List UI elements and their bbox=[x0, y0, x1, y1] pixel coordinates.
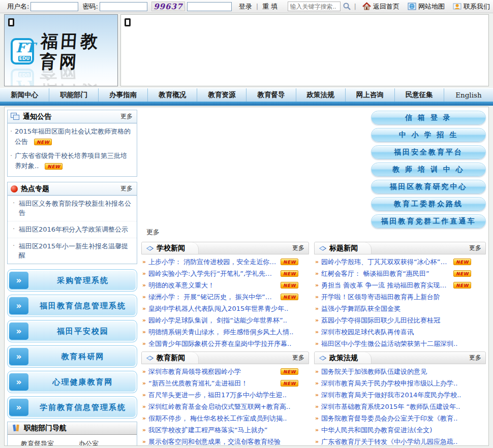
news-item[interactable]: »深圳市教育局关于做好我市2014年度民办学校.. bbox=[314, 389, 486, 401]
news-item[interactable]: »中华人民共和国民办教育促进法(全文) bbox=[314, 424, 486, 436]
nav-policies[interactable]: 政策法规 bbox=[296, 88, 346, 102]
safe-campus-button[interactable]: » 福田平安校园 bbox=[7, 320, 137, 342]
news-item[interactable]: »国务院教育督导委员会办公室关于印发《教育.. bbox=[314, 412, 486, 424]
policy-more-link[interactable]: 更多 bbox=[469, 354, 481, 362]
school-news-more-link[interactable]: 更多 bbox=[292, 244, 304, 252]
bullet-arrow-icon: » bbox=[315, 270, 319, 277]
safety-edu-platform-button[interactable]: 福田安全教育平台 bbox=[371, 145, 486, 159]
section-title: 教育新闻 bbox=[157, 354, 185, 363]
login-button[interactable]: 登录 bbox=[239, 2, 252, 11]
nav-online-consult[interactable]: 网上咨询 bbox=[346, 88, 395, 102]
bullet-arrow-icon: » bbox=[142, 305, 146, 312]
bullet-arrow-icon: » bbox=[315, 340, 319, 347]
reset-button[interactable]: 重 填 bbox=[262, 2, 278, 11]
news-item[interactable]: »深圳市校园足球代表队再传喜讯 bbox=[314, 326, 486, 338]
procurement-system-button[interactable]: » 采购管理系统 bbox=[7, 269, 137, 292]
contact-link[interactable]: 联系我们 bbox=[464, 2, 490, 11]
news-item[interactable]: »深圳市教育局领导视察园岭小学NEW bbox=[141, 366, 309, 377]
site-logo[interactable]: FT EDU 福田教育网 FTEDU 福田教育网 bbox=[4, 14, 118, 86]
edu-info-system-button[interactable]: » 福田教育信息管理系统 bbox=[7, 295, 137, 317]
headline-news-more-link[interactable]: 更多 bbox=[469, 244, 481, 252]
sitemap-icon bbox=[408, 2, 416, 11]
new-badge: NEW bbox=[453, 270, 471, 277]
nav-edu-resources[interactable]: 教育资源 bbox=[197, 88, 246, 102]
hot-topic-item[interactable]: 福田区2016年积分入学政策调整公示 bbox=[8, 221, 137, 238]
hot-topic-item[interactable]: 福田区义务教育阶段学校新生补报名公告 bbox=[8, 196, 137, 221]
search-icon[interactable] bbox=[343, 2, 351, 11]
dept-link[interactable]: 办公室 bbox=[79, 437, 137, 446]
edu-news-more-link[interactable]: 更多 bbox=[292, 354, 304, 362]
party-work-button[interactable]: 福田教育党群工作直通车 bbox=[371, 214, 486, 228]
mass-line-button[interactable]: 教育工委群众路线 bbox=[371, 197, 486, 211]
news-item[interactable]: »广东省教育厅关于转发《中小学幼儿园应急疏.. bbox=[314, 436, 486, 446]
section-title: 标题新闻 bbox=[329, 244, 358, 253]
news-item[interactable]: »园岭小学足球队集训， 剑指“达能少年世界杯”.. bbox=[141, 314, 309, 326]
nav-departments[interactable]: 职能部门 bbox=[49, 88, 99, 102]
quick-links-column: 信 箱 登 录 中 小 学 招 生 福田安全教育平台 教 师 培 训 中 心 福… bbox=[371, 110, 486, 238]
password-input[interactable] bbox=[100, 2, 147, 11]
bullet-arrow-icon: » bbox=[315, 282, 319, 289]
news-item[interactable]: »勇担当 善改革 争一流 推动福田教育实现新跨越..NEW bbox=[314, 279, 486, 291]
teacher-training-button[interactable]: 教 师 培 训 中 心 bbox=[371, 163, 486, 176]
news-item[interactable]: »荔园小学夺得国际田联少儿田径比赛桂冠 bbox=[314, 314, 486, 326]
news-item[interactable]: »深圳市基础教育系统2015年 “教师队伍建设年.. bbox=[314, 401, 486, 412]
news-item[interactable]: »明德的改革意义重大！NEW bbox=[141, 279, 309, 291]
news-item[interactable]: »深圳红岭教育基金会启动仪式暨互联网+教育高.. bbox=[141, 401, 309, 412]
nav-news-center[interactable]: 新闻中心 bbox=[0, 88, 49, 102]
notice-item[interactable]: 2015年福田区面向社会认定教师资格的公告 NEW bbox=[8, 123, 137, 148]
new-badge: NEW bbox=[453, 259, 471, 265]
edu-research-button[interactable]: » 教育科研网 bbox=[7, 345, 137, 368]
bullet-arrow-icon: » bbox=[142, 368, 146, 375]
hot-topics-more-link[interactable]: 更多 bbox=[120, 184, 133, 193]
notices-more-link[interactable]: 更多 bbox=[120, 112, 133, 121]
bullet-arrow-icon: » bbox=[142, 294, 146, 300]
preschool-system-button[interactable]: » 学前教育信息管理系统 bbox=[7, 396, 137, 419]
news-item[interactable]: »绿洲小学： 开展“铭记历史， 振兴中华”主题..NEW bbox=[141, 291, 309, 303]
news-item[interactable]: »展示创客空间和创意成果，交流创客教育经验 bbox=[141, 436, 309, 446]
news-item[interactable]: »深圳市教育局关于民办学校申报市级以上办学.. bbox=[314, 377, 486, 389]
book-icon bbox=[319, 245, 327, 252]
dept-link[interactable]: 教育督导室 bbox=[21, 437, 79, 446]
section-title: 政策法规 bbox=[329, 354, 358, 363]
sitemap-link[interactable]: 网站地图 bbox=[418, 2, 445, 11]
news-item[interactable]: »明德情系铜关青山绿水， 师生感悟侗乡风土人情.. bbox=[141, 326, 309, 338]
hot-topic-item[interactable]: 福田区2015年小一新生补报名温馨提醒 bbox=[8, 238, 137, 264]
news-item[interactable]: »“新西兰优质教育巡礼”走进福田！NEW bbox=[141, 377, 309, 389]
news-item[interactable]: »上步小学： 消防宣传进校园，安全走近你我他NEW bbox=[141, 256, 309, 268]
news-item[interactable]: »百尺竿头更进一步，福田17万多中小幼学生迎.. bbox=[141, 389, 309, 401]
news-item[interactable]: »福田区中小学生微公益活动荣获第十二届深圳.. bbox=[314, 338, 486, 349]
nav-public-opinion[interactable]: 民意征集 bbox=[395, 88, 444, 102]
new-badge: NEW bbox=[453, 282, 471, 289]
search-input[interactable] bbox=[288, 2, 341, 11]
captcha-input[interactable] bbox=[187, 2, 232, 11]
news-item[interactable]: »园岭小学殷玮、丁芃芃双双获得“冰心杯”文..NEW bbox=[314, 256, 486, 268]
chevron-icon: » bbox=[9, 399, 28, 416]
home-link[interactable]: 返回首页 bbox=[373, 2, 399, 11]
news-item[interactable]: »国务院关于加强教师队伍建设的意见 bbox=[314, 366, 486, 377]
news-item[interactable]: »我区学校改扩建工程严格落实“马上就办” bbox=[141, 424, 309, 436]
notice-item[interactable]: 广东省省级骨干校长培养项目第三批培养对象.. NEW bbox=[8, 148, 137, 172]
school-enrollment-button[interactable]: 中 小 学 招 生 bbox=[371, 128, 486, 142]
news-item[interactable]: »园岭实验小学:入学先行“开笔礼”,学礼先立人..NEW bbox=[141, 268, 309, 279]
broken-image-icon bbox=[125, 18, 131, 26]
bullet-arrow-icon: » bbox=[315, 403, 319, 410]
main-content: 通知公告 更多 2015年福田区面向社会认定教师资格的公告 NEW 广东省省级骨… bbox=[4, 107, 489, 446]
headline-news-section: 标题新闻 更多 »园岭小学殷玮、丁芃芃双双获得“冰心杯”文..NEW »红树会客… bbox=[314, 242, 486, 349]
news-item[interactable]: »假期不停步， 梅仕华名校长工作室成员到访揭.. bbox=[141, 412, 309, 424]
nav-service-guide[interactable]: 办事指南 bbox=[99, 88, 148, 102]
news-item[interactable]: »全国青少年国际象棋公开赛在皇岗中学拉开序幕.. bbox=[141, 338, 309, 349]
nav-edu-overview[interactable]: 教育概况 bbox=[148, 88, 197, 102]
captcha-image[interactable]: 99637 bbox=[151, 2, 185, 11]
bullet-arrow-icon: » bbox=[315, 427, 319, 433]
username-input[interactable] bbox=[30, 2, 78, 11]
news-item[interactable]: »红树会客厅： 畅谈福田教育“惠民田”NEW bbox=[314, 268, 486, 279]
news-item[interactable]: »益强小学舞蹈队获全国金奖 bbox=[314, 303, 486, 314]
mailbox-login-button[interactable]: 信 箱 登 录 bbox=[371, 111, 486, 124]
news-item[interactable]: »开学啦！区领导寄语福田教育再上新台阶 bbox=[314, 291, 486, 303]
news-item[interactable]: »皇岗中学机器人代表队闯入2015年世界青少年.. bbox=[141, 303, 309, 314]
carousel-more-link[interactable]: 更多 bbox=[146, 228, 160, 237]
nav-english[interactable]: English bbox=[444, 88, 493, 102]
edu-research-center-button[interactable]: 福田区教育研究中心 bbox=[371, 180, 486, 194]
nav-edu-supervision[interactable]: 教育督导 bbox=[246, 88, 296, 102]
mental-health-button[interactable]: » 心理健康教育网 bbox=[7, 371, 137, 393]
